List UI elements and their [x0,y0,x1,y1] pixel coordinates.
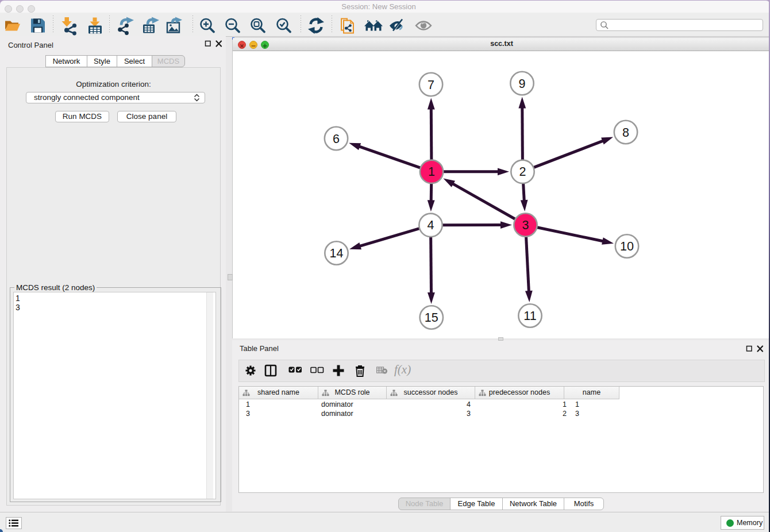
svg-text:15: 15 [425,311,438,325]
svg-text:7: 7 [428,78,434,92]
svg-text:9: 9 [519,77,526,91]
svg-text:10: 10 [620,240,634,253]
svg-text:4: 4 [428,218,434,232]
svg-text:14: 14 [330,246,344,260]
svg-text:3: 3 [522,218,529,232]
svg-text:8: 8 [622,126,629,140]
svg-text:2: 2 [519,165,526,179]
svg-text:1: 1 [428,165,435,179]
svg-text:6: 6 [333,132,340,146]
svg-text:11: 11 [523,309,536,323]
